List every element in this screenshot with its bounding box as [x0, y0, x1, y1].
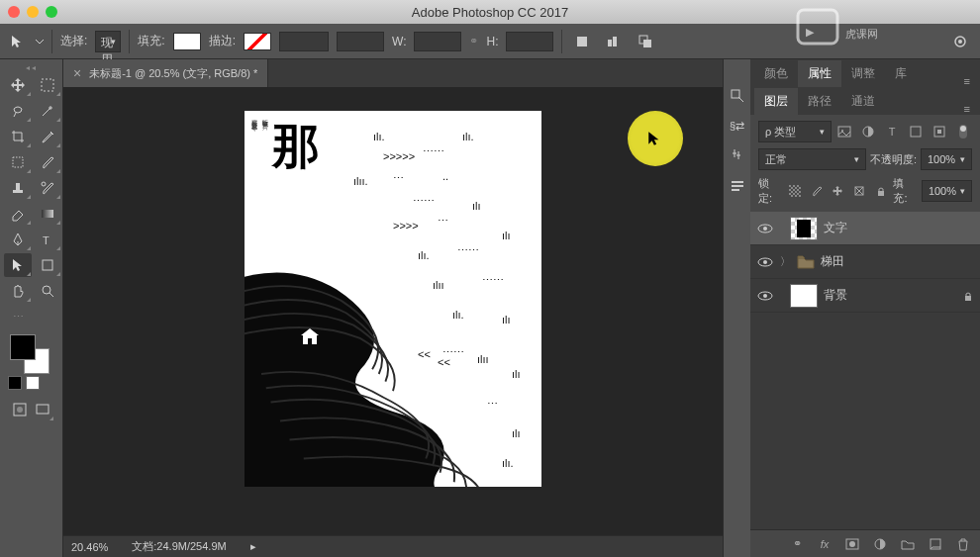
layer-filter-dropdown[interactable]: ρ 类型▾ [758, 121, 832, 142]
stroke-style-input[interactable] [337, 32, 384, 51]
move-tool[interactable] [4, 73, 32, 97]
path-ops-icon[interactable] [570, 30, 594, 53]
panel-menu-icon[interactable]: ≡ [958, 75, 976, 87]
foreground-color[interactable] [10, 334, 36, 360]
artboard[interactable]: 稻花香里说丰年 听取蛙声一片 那 [245, 111, 541, 487]
svg-text:<<: << [438, 356, 450, 368]
visibility-toggle[interactable] [756, 220, 774, 237]
tab-channels[interactable]: 通道 [841, 88, 885, 115]
align-icon[interactable] [602, 30, 626, 53]
layer-name[interactable]: 背景 [824, 287, 956, 304]
fill-opacity-input[interactable]: 100%▾ [922, 180, 972, 202]
canvas-viewport[interactable]: 稻花香里说丰年 听取蛙声一片 那 [63, 87, 723, 535]
layer-thumbnail[interactable] [790, 284, 818, 308]
stamp-tool[interactable] [4, 176, 32, 200]
lock-pixels-icon[interactable] [786, 182, 804, 200]
magic-wand-tool[interactable] [34, 99, 61, 123]
lock-all-icon[interactable] [872, 182, 890, 200]
gradient-tool[interactable] [34, 202, 61, 226]
delete-icon[interactable] [954, 535, 972, 553]
quick-mask-tool[interactable] [8, 398, 32, 421]
tab-adjustments[interactable]: 调整 [841, 60, 885, 87]
height-input[interactable] [506, 32, 553, 51]
layer-item[interactable]: 文字 [750, 212, 980, 245]
opacity-input[interactable]: 100%▾ [921, 148, 972, 170]
link-icon[interactable]: ⚭ [469, 35, 478, 47]
swap-colors[interactable] [26, 376, 40, 390]
path-select-tool[interactable] [4, 253, 32, 277]
crop-tool[interactable] [4, 125, 32, 148]
eraser-tool[interactable] [4, 202, 32, 226]
visibility-toggle[interactable] [756, 287, 774, 305]
filter-smart-icon[interactable] [931, 123, 948, 140]
dock-item-4[interactable] [727, 174, 748, 196]
hand-tool[interactable] [4, 279, 32, 303]
type-tool[interactable]: T [34, 228, 61, 251]
tab-color[interactable]: 颜色 [754, 60, 798, 87]
filter-type-icon[interactable]: T [883, 123, 901, 140]
status-arrow[interactable]: ▸ [250, 540, 256, 553]
layer-item[interactable]: 背景 [750, 279, 980, 313]
dock-item-2[interactable]: §⇄ [727, 115, 748, 137]
lasso-tool[interactable] [4, 99, 32, 123]
document-tab[interactable]: × 未标题-1 @ 20.5% (文字, RGB/8) * [63, 59, 268, 87]
maximize-window-button[interactable] [46, 6, 57, 18]
fx-icon[interactable]: fx [816, 535, 833, 553]
layers-footer: ⚭ fx [750, 529, 980, 557]
tab-library[interactable]: 库 [885, 60, 917, 87]
screen-mode-tool[interactable] [32, 398, 55, 421]
tab-layers[interactable]: 图层 [754, 88, 798, 115]
tab-properties[interactable]: 属性 [798, 60, 841, 87]
gear-icon[interactable] [948, 30, 972, 53]
eyedropper-tool[interactable] [34, 125, 61, 148]
lock-position-icon[interactable] [830, 182, 847, 200]
svg-text:⋯: ⋯ [487, 398, 498, 410]
minimize-window-button[interactable] [27, 6, 39, 18]
svg-text:ılı.: ılı. [373, 131, 385, 142]
brush-tool[interactable] [34, 150, 61, 174]
adjustment-icon[interactable] [871, 535, 889, 553]
close-tab-icon[interactable]: × [73, 65, 81, 81]
stroke-width-input[interactable] [279, 32, 329, 51]
layer-name[interactable]: 文字 [824, 220, 974, 236]
chevron-down-icon[interactable] [36, 38, 44, 46]
history-brush-tool[interactable] [34, 176, 61, 200]
layer-thumbnail[interactable] [790, 217, 818, 240]
blend-mode-dropdown[interactable]: 正常▾ [758, 148, 866, 170]
filter-adjust-icon[interactable] [859, 123, 877, 140]
mask-icon[interactable] [843, 535, 861, 553]
width-input[interactable] [414, 32, 461, 51]
doc-info[interactable]: 文档:24.9M/254.9M [132, 539, 226, 554]
tab-paths[interactable]: 路径 [798, 88, 841, 115]
select-layer-dropdown[interactable] [95, 31, 121, 52]
pen-tool[interactable] [4, 228, 32, 251]
dock-item-3[interactable] [727, 144, 748, 166]
edit-toolbar[interactable]: ⋯ [4, 305, 32, 328]
layers-menu-icon[interactable]: ≡ [958, 103, 976, 115]
layer-name[interactable]: 梯田 [821, 253, 974, 270]
svg-rect-4 [608, 40, 612, 46]
frame-tool[interactable] [4, 150, 32, 174]
filter-toggle[interactable] [954, 123, 972, 140]
shape-tool[interactable] [34, 253, 61, 277]
stroke-swatch[interactable] [244, 33, 271, 50]
visibility-toggle[interactable] [756, 253, 774, 271]
arrange-icon[interactable] [634, 30, 657, 53]
lock-artboard-icon[interactable] [850, 182, 868, 200]
expand-chevron-icon[interactable]: 〉 [780, 254, 791, 269]
lock-brush-icon[interactable] [808, 182, 826, 200]
filter-shape-icon[interactable] [907, 123, 925, 140]
zoom-level[interactable]: 20.46% [71, 541, 108, 553]
layer-item[interactable]: 〉 梯田 [750, 245, 980, 279]
close-window-button[interactable] [8, 6, 20, 18]
fill-swatch[interactable] [173, 33, 201, 50]
link-layers-icon[interactable]: ⚭ [788, 535, 806, 553]
group-icon[interactable] [899, 535, 917, 553]
toolbox-handle[interactable]: ◂◂ [2, 63, 60, 71]
marquee-tool[interactable] [34, 73, 61, 97]
filter-image-icon[interactable] [835, 123, 853, 140]
zoom-tool[interactable] [34, 279, 61, 303]
dock-item-1[interactable] [727, 85, 748, 107]
new-layer-icon[interactable] [927, 535, 944, 553]
default-colors[interactable] [8, 376, 22, 390]
